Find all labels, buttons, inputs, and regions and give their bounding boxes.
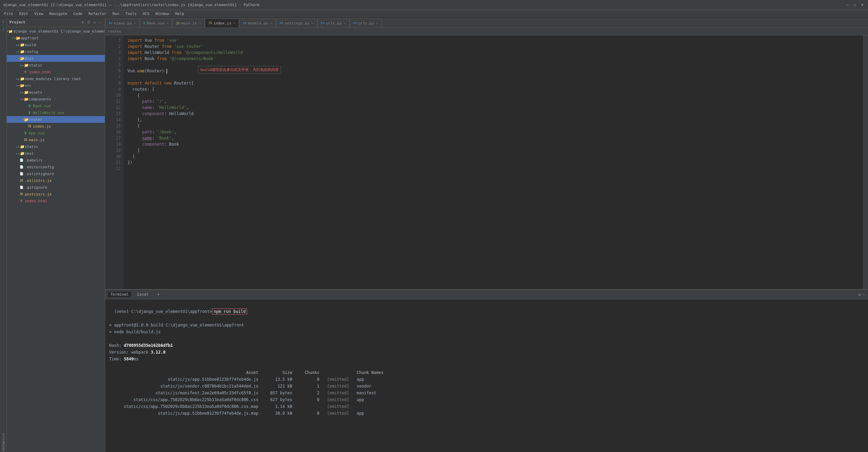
tree-item-index.js[interactable]: JS index.js: [7, 123, 105, 130]
tree-item-node_modules[interactable]: ▶ ▸📁 node_modules library root: [7, 75, 105, 82]
panel-collapse-btn[interactable]: —: [98, 20, 102, 24]
menubar: FileEditViewNavigateCodeRefactorRunTools…: [0, 10, 868, 18]
folder-icon: ▾📂: [19, 83, 24, 88]
menubar-item-vcs[interactable]: VCS: [140, 11, 152, 17]
sidebar-icon-1[interactable]: 1: [0, 19, 6, 25]
tree-item-.babelrc[interactable]: 📄 .babelrc: [7, 157, 105, 164]
menubar-item-view[interactable]: View: [32, 11, 46, 17]
code-line-8: export default new Router({: [127, 80, 863, 86]
tree-item-components[interactable]: ▼ ▾📂 components: [7, 96, 105, 102]
menubar-item-navigate[interactable]: Navigate: [47, 11, 70, 17]
terminal-tab-local[interactable]: Local: [135, 291, 151, 297]
code-editor[interactable]: 12345678910111213141516171819202122 buil…: [110, 35, 863, 289]
line-number-18: 18: [110, 141, 121, 147]
tree-item-config[interactable]: ▶ ▸📁 config: [7, 48, 105, 55]
tab-close-settings.py[interactable]: ×: [312, 21, 314, 25]
terminal-close-btn[interactable]: —: [863, 292, 865, 297]
tree-item-static[interactable]: ▶ ▸📁 static: [7, 62, 105, 69]
folder-icon-root: 📁: [8, 29, 13, 34]
line-number-1: 1: [110, 37, 121, 43]
terminal-table-header: Asset Size Chunks Chunk Names: [109, 369, 864, 376]
menubar-item-edit[interactable]: Edit: [17, 11, 31, 17]
tree-item-dist[interactable]: ▼ ▾📂 dist: [7, 55, 105, 62]
panel-sync-btn[interactable]: ◎: [93, 20, 97, 24]
tab-main.js[interactable]: JS main.js ×: [172, 19, 204, 27]
tab-close-main.js[interactable]: ×: [199, 21, 201, 25]
panel-layout-btn[interactable]: ☰: [86, 20, 91, 24]
menubar-item-code[interactable]: Code: [71, 11, 85, 17]
tree-item-Book.vue[interactable]: V Book.vue: [7, 102, 105, 109]
tree-item-router[interactable]: ▼ ▾📂 router: [7, 116, 105, 123]
tree-label: src: [25, 83, 32, 88]
sidebar-icon-2[interactable]: 2: [0, 26, 6, 33]
menubar-item-run[interactable]: Run: [110, 11, 122, 17]
tree-item-src[interactable]: ▼ ▾📂 src: [7, 82, 105, 89]
tab-close-models.py[interactable]: ×: [270, 21, 272, 25]
tab-settings.py[interactable]: PY settings.py ×: [276, 19, 317, 27]
project-panel-title: Project: [9, 20, 25, 24]
right-gutter: [863, 35, 868, 289]
tree-item-test[interactable]: ▶ ▸📁 test: [7, 150, 105, 157]
tab-close-urls.py[interactable]: ×: [344, 21, 346, 25]
terminal-settings-btn[interactable]: ⚙: [859, 292, 861, 297]
folder-icon: ▸📁: [19, 144, 24, 149]
code-line-15: {: [127, 123, 863, 129]
tree-item-postcssrc.js[interactable]: JS postcssrc.js: [7, 191, 105, 197]
tree-label: Book.vue: [33, 104, 51, 108]
tree-item-build[interactable]: ▶ ▸📁 build: [7, 41, 105, 48]
tab-index.js[interactable]: JS index.js ×: [205, 19, 239, 27]
tree-item-appfront[interactable]: ▼ ▾📂 appfront: [7, 35, 105, 41]
folder-icon: ▾📂: [19, 56, 24, 61]
menubar-item-tools[interactable]: Tools: [123, 11, 139, 17]
terminal-table-row-5: static/js/app.51bbee8123bf74feb4de.js.ma…: [109, 410, 864, 417]
tree-item-.gitignore[interactable]: 📄 .gitignore: [7, 184, 105, 191]
terminal-tab-terminal[interactable]: Terminal: [108, 291, 131, 297]
tab-urls.py[interactable]: PY urls.py ×: [317, 19, 350, 27]
maximize-button[interactable]: □: [852, 3, 857, 7]
line-number-15: 15: [110, 123, 121, 129]
terminal-content[interactable]: (venv) C:\django_vue_elementUi\appfront>…: [105, 299, 868, 452]
minimize-button[interactable]: ─: [845, 3, 850, 7]
tab-label-urls.py: urls.py: [326, 21, 341, 25]
tab-close-Book.vue[interactable]: ×: [166, 21, 169, 25]
tab-models.py[interactable]: PY models.py ×: [239, 19, 276, 27]
tab-views.py[interactable]: PY views.py ×: [105, 19, 140, 27]
code-content[interactable]: build成功后会多出此文件夹，为打包后的内容import Vue from '…: [123, 35, 863, 289]
close-button[interactable]: ✕: [860, 3, 865, 7]
tab-close-urls2.py[interactable]: ×: [376, 21, 378, 25]
tree-item-.editorconfig[interactable]: 📄 .editorconfig: [7, 164, 105, 170]
line-number-4: 4: [110, 56, 121, 62]
tree-item-assets[interactable]: ▶ ▸📁 assets: [7, 89, 105, 96]
tree-item-index.html[interactable]: H index.html: [7, 69, 105, 75]
tree-label: static: [29, 63, 42, 68]
tree-item-root[interactable]: ▼ 📁 django_vue_elementUi C:\django_vue_e…: [7, 28, 105, 35]
tab-close-index.js[interactable]: ×: [233, 21, 235, 25]
panel-settings-btn[interactable]: ⚙: [81, 20, 85, 24]
titlebar: django_vue_elementUi [C:\django_vue_elem…: [0, 0, 868, 10]
tree-item-.eslintignore[interactable]: 📄 .eslintignore: [7, 170, 105, 177]
tab-close-views.py[interactable]: ×: [134, 21, 136, 25]
project-panel: Project ⚙ ☰ ◎ — ▼ 📁 django_vue_elementUi…: [7, 18, 105, 452]
line-number-3: 3: [110, 50, 121, 56]
tree-item-.eslintrc.js[interactable]: JS .eslintrc.js: [7, 177, 105, 184]
menubar-item-window[interactable]: Window: [153, 11, 172, 17]
tab-label-views.py: views.py: [114, 21, 132, 25]
tree-item-index.html2[interactable]: H index.html: [7, 197, 105, 204]
terminal-actions: ⚙ —: [859, 292, 865, 297]
code-line-21: }): [127, 159, 863, 166]
terminal-add-tab[interactable]: +: [155, 291, 162, 297]
sidebar-icon-favorites[interactable]: Favorites: [0, 446, 6, 452]
tree-item-static2[interactable]: ▶ ▸📁 static: [7, 143, 105, 150]
menubar-item-file[interactable]: File: [1, 11, 16, 17]
tab-Book.vue[interactable]: V Book.vue ×: [140, 19, 172, 27]
tab-icon-Book.vue: V: [143, 22, 145, 25]
tree-item-App.vue[interactable]: V App.vue: [7, 130, 105, 136]
menubar-item-help[interactable]: Help: [173, 11, 187, 17]
tree-label: postcssrc.js: [25, 192, 52, 196]
tree-item-HelloWorld.vue[interactable]: V HelloWorld.vue: [7, 109, 105, 116]
tree-label: dist: [25, 56, 34, 61]
tree-item-main.js[interactable]: JS main.js: [7, 136, 105, 143]
tree-label: .editorconfig: [25, 165, 54, 169]
menubar-item-refactor[interactable]: Refactor: [86, 11, 109, 17]
tab-urls2.py[interactable]: PY urls.py ×: [350, 19, 382, 27]
